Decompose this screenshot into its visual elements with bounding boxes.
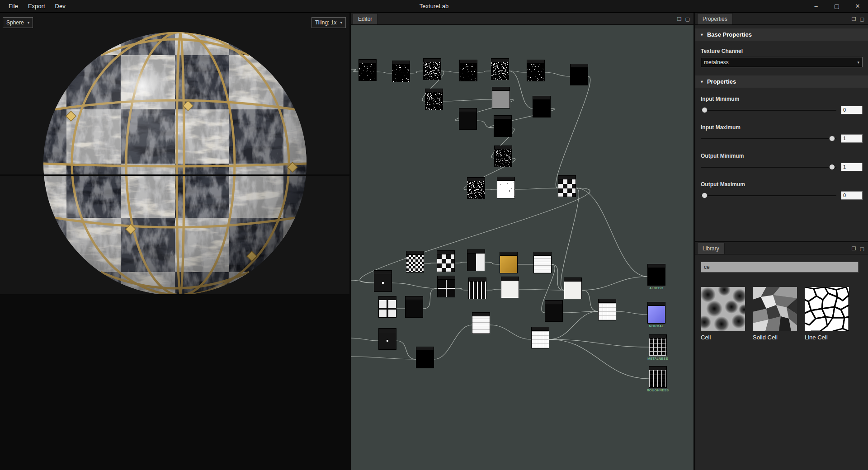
graph-node[interactable]: ALBEDO — [647, 264, 665, 286]
menu-file[interactable]: File — [4, 0, 23, 12]
splitter[interactable] — [349, 13, 351, 470]
3d-viewport[interactable] — [39, 28, 311, 294]
graph-node[interactable] — [492, 87, 510, 108]
graph-node[interactable]: ROUGHNESS — [649, 366, 667, 388]
close-button[interactable]: ✕ — [847, 0, 868, 13]
graph-node[interactable] — [378, 328, 396, 350]
graph-node[interactable] — [374, 270, 392, 292]
graph-node[interactable]: METALNESS — [649, 334, 667, 356]
graph-node[interactable] — [564, 277, 582, 299]
graph-node-header — [405, 296, 423, 300]
window-controls: – ▢ ✕ — [806, 0, 868, 13]
graph-node-header — [425, 89, 443, 92]
graph-node[interactable] — [467, 177, 485, 199]
graph-node[interactable] — [494, 115, 512, 137]
input-maximum-slider-row: 1 — [701, 134, 863, 143]
graph-node[interactable] — [459, 60, 477, 81]
tab-editor[interactable]: Editor — [353, 13, 377, 24]
slider-value-field[interactable]: 0 — [841, 191, 863, 200]
graph-node[interactable]: NORMAL — [647, 302, 665, 324]
graph-node[interactable] — [423, 58, 441, 80]
maximize-button[interactable]: ▢ — [826, 0, 847, 13]
graph-node[interactable] — [527, 60, 545, 81]
slider-track[interactable] — [701, 164, 836, 170]
graph-node-header — [501, 277, 519, 280]
texture-channel-select[interactable]: metalness ▾ — [701, 57, 863, 67]
graph-node[interactable] — [500, 252, 518, 273]
graph-node[interactable] — [416, 347, 434, 368]
graph-node[interactable] — [533, 96, 551, 118]
graph-node[interactable] — [533, 252, 552, 273]
float-panel-icon[interactable]: ❐ — [677, 16, 682, 22]
graph-node[interactable] — [531, 327, 549, 348]
graph-node-thumbnail — [359, 63, 377, 81]
graph-node[interactable] — [501, 277, 519, 298]
slider-track[interactable] — [701, 135, 836, 142]
graph-node-header — [500, 252, 518, 255]
slider-value-field[interactable]: 1 — [841, 163, 863, 171]
graph-node[interactable] — [598, 299, 616, 320]
slider-value-field[interactable]: 0 — [841, 106, 863, 114]
graph-node-header — [416, 347, 434, 350]
graph-node-header — [472, 312, 490, 316]
graph-node-thumbnail — [647, 306, 665, 324]
graph-node[interactable] — [359, 59, 377, 81]
tiling-select[interactable]: Tiling: 1x ▾ — [311, 17, 346, 28]
section-properties[interactable]: ▼ Properties — [695, 75, 868, 88]
graph-node-thumbnail — [494, 119, 512, 137]
splitter[interactable] — [695, 241, 868, 242]
maximize-panel-icon[interactable]: ▢ — [685, 16, 690, 22]
input-maximum-label: Input Maximum — [701, 124, 863, 131]
float-panel-icon[interactable]: ❐ — [852, 246, 856, 252]
graph-node-header — [494, 146, 512, 149]
graph-node[interactable] — [425, 89, 443, 110]
output-minimum-label: Output Minimum — [701, 153, 863, 159]
graph-node[interactable] — [405, 296, 423, 318]
graph-node[interactable] — [497, 177, 515, 198]
graph-node[interactable] — [545, 300, 563, 322]
graph-node[interactable] — [472, 312, 490, 334]
graph-node-thumbnail — [492, 90, 510, 108]
slider-value-field[interactable]: 1 — [841, 134, 863, 143]
splitter[interactable] — [0, 174, 349, 176]
library-item-solid-cell[interactable]: Solid Cell — [753, 287, 797, 341]
maximize-panel-icon[interactable]: ▢ — [860, 246, 864, 252]
tab-properties[interactable]: Properties — [697, 13, 733, 24]
graph-node[interactable] — [494, 146, 512, 167]
graph-node[interactable] — [558, 175, 576, 197]
graph-node[interactable] — [468, 277, 486, 299]
menu-export[interactable]: Export — [23, 0, 50, 12]
graph-node[interactable] — [378, 296, 396, 318]
minimize-button[interactable]: – — [806, 0, 826, 13]
library-item-cell[interactable]: Cell — [701, 287, 745, 341]
maximize-panel-icon[interactable]: ▢ — [860, 16, 864, 22]
library-search-input[interactable] — [701, 262, 859, 273]
panel-library: Library ❐ ▢ Cell — [695, 242, 868, 470]
node-graph[interactable]: NORMALALBEDOMETALNESSROUGHNESS — [351, 25, 693, 470]
graph-node-thumbnail — [647, 268, 665, 286]
slider-thumb[interactable] — [702, 107, 708, 113]
graph-node[interactable] — [437, 250, 455, 272]
slider-track[interactable] — [701, 107, 836, 113]
section-base-properties[interactable]: ▼ Base Properties — [695, 28, 868, 41]
graph-node[interactable] — [459, 108, 477, 130]
close-icon: ✕ — [855, 3, 860, 9]
graph-node[interactable] — [467, 249, 485, 271]
graph-node[interactable] — [406, 251, 424, 273]
slider-thumb[interactable] — [829, 164, 835, 170]
graph-node[interactable] — [392, 61, 410, 82]
graph-node[interactable] — [570, 64, 588, 85]
slider-thumb[interactable] — [829, 136, 835, 141]
input-minimum-slider-row: 0 — [701, 106, 863, 114]
model-select[interactable]: Sphere ▾ — [3, 17, 33, 28]
graph-node[interactable] — [437, 276, 455, 297]
library-item-line-cell[interactable]: Line Cell — [805, 287, 849, 341]
graph-node[interactable] — [491, 58, 509, 80]
slider-track[interactable] — [701, 192, 836, 199]
graph-node-thumbnail — [437, 279, 455, 297]
menu-dev[interactable]: Dev — [50, 0, 71, 12]
graph-node-header — [378, 296, 396, 300]
tab-library[interactable]: Library — [697, 243, 725, 254]
slider-thumb[interactable] — [702, 193, 708, 198]
float-panel-icon[interactable]: ❐ — [852, 16, 856, 22]
